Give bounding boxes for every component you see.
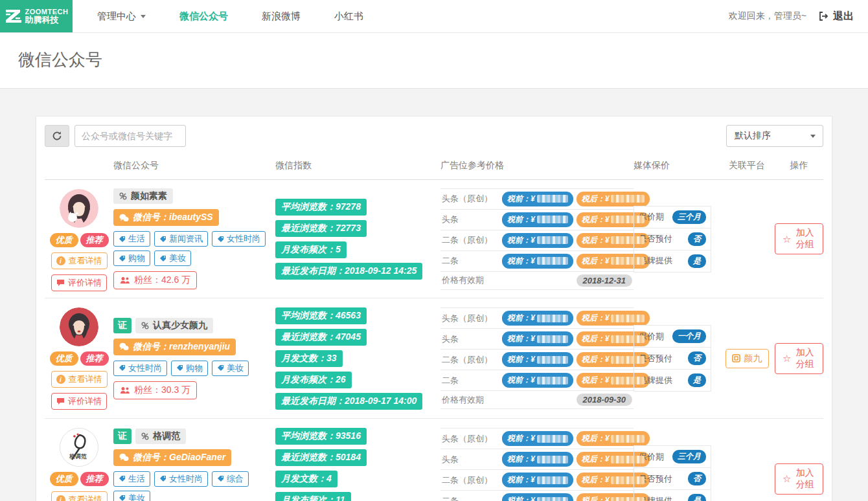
category-tag[interactable]: 美妆 (154, 251, 191, 266)
brand-name-cn: 助腾科技 (25, 16, 69, 25)
blurred-price (611, 456, 645, 463)
pretax-label: 税前：¥ (507, 333, 535, 344)
posttax-label: 税后：¥ (582, 495, 610, 501)
platform-icon (732, 354, 740, 362)
recommend-badge: 推荐 (80, 233, 109, 247)
guarantee-period-row: 保价期 一个月 (634, 326, 711, 348)
tag-icon (119, 255, 126, 262)
pretax-label: 税前：¥ (507, 454, 535, 465)
account-name[interactable]: 颜如素素 (113, 188, 173, 204)
join-group-button[interactable]: ☆ 加入分组 (775, 463, 823, 495)
category-tags: 生活 新闻资讯 女性时尚 购物 美妆 (113, 231, 269, 266)
category-tag[interactable]: 购物 (113, 251, 150, 266)
posttax-label: 税后：¥ (582, 454, 610, 465)
category-tag[interactable]: 新闻资讯 (154, 231, 208, 247)
blurred-price (611, 377, 645, 384)
price-validity-date: 2018-09-30 (577, 394, 633, 406)
category-tag[interactable]: 综合 (212, 471, 249, 487)
account-cell: 证 格调范 微信号：GeDiaoFaner (113, 425, 275, 501)
join-group-button[interactable]: ☆ 加入分组 (775, 343, 823, 374)
action-cell: ☆ 加入分组 (775, 305, 823, 412)
view-detail-button[interactable]: i 查看详情 (51, 371, 108, 388)
index-cell: 平均浏览数：97278 最近浏览数：72773 月发布频次：5 最近发布日期：2… (275, 186, 440, 291)
fans-icon (120, 276, 130, 284)
blurred-price (611, 356, 645, 364)
info-icon: i (56, 495, 65, 501)
category-tag[interactable]: 美妆 (113, 491, 150, 501)
nav-xiaohongshu[interactable]: 小红书 (317, 0, 380, 33)
tag-label: 新闻资讯 (169, 233, 203, 245)
index-cell: 平均浏览数：46563 最近浏览数：47045 月发文数：33 月发布频次：26… (275, 305, 440, 412)
brand-logo[interactable]: ZOOMTECH 助腾科技 (0, 0, 73, 32)
posttax-label: 税后：¥ (582, 433, 610, 444)
category-tag[interactable]: 女性时尚 (113, 361, 167, 376)
info-icon: i (56, 375, 65, 384)
search-input[interactable] (74, 125, 186, 147)
avatar (60, 307, 98, 346)
category-tag[interactable]: 生活 (113, 471, 150, 487)
pretax-label: 税前：¥ (507, 313, 535, 324)
category-tag[interactable]: 美妆 (212, 361, 249, 376)
svg-text:格调范: 格调范 (69, 453, 87, 460)
fans-badge: 粉丝：42.6 万 (113, 271, 197, 289)
table-row: 优质 推荐 i 查看详情 评价详情 证 (45, 298, 823, 419)
avatar-image (60, 189, 98, 228)
metric-badge: 平均浏览数：93516 (275, 428, 367, 445)
media-cell: 保价期 三个月 是否预付 否 品牌提供 是 (634, 425, 719, 501)
nav-admin-center-label: 管理中心 (97, 10, 136, 23)
account-name[interactable]: 格调范 (135, 429, 186, 444)
chevron-down-icon (141, 15, 146, 18)
blurred-price (537, 195, 568, 203)
logout-button[interactable]: 退出 (818, 10, 854, 23)
tag-label: 购物 (186, 362, 203, 374)
blurred-price (537, 456, 568, 463)
pretax-price-pill: 税前：¥ (502, 452, 573, 467)
nav-admin-center[interactable]: 管理中心 (80, 0, 163, 33)
posttax-label: 税后：¥ (582, 194, 610, 205)
tag-icon (217, 475, 224, 482)
grade-badges: 优质 推荐 (50, 351, 109, 366)
action-cell: ☆ 加入分组 (775, 425, 823, 501)
price-row-label: 二条 (442, 255, 499, 267)
price-row-label: 头条 (442, 214, 499, 225)
content-card: 默认排序 微信公众号 微信指数 广告位参考价格 媒体保价 关联平台 操作 (36, 116, 832, 501)
pretax-label: 税前：¥ (507, 354, 535, 365)
posttax-label: 税后：¥ (582, 354, 610, 365)
posttax-label: 税后：¥ (582, 375, 610, 386)
recommend-badge: 推荐 (80, 351, 109, 366)
category-tag[interactable]: 购物 (171, 361, 208, 376)
metric-badge: 平均浏览数：46563 (275, 307, 367, 324)
account-name-line: 证 格调范 (113, 429, 186, 444)
nav-sina-weibo[interactable]: 新浪微博 (245, 0, 317, 33)
category-tag[interactable]: 女性时尚 (154, 471, 208, 487)
category-tag[interactable]: 女性时尚 (212, 231, 266, 247)
review-detail-button[interactable]: 评价详情 (51, 274, 107, 291)
account-name[interactable]: 认真少女颜九 (135, 318, 213, 333)
blurred-price (611, 315, 645, 322)
price-row-label: 二条 (442, 375, 499, 386)
wechat-id-badge: 微信号：renzhenyanjiu (113, 339, 236, 355)
blurred-price (611, 497, 645, 501)
review-detail-button[interactable]: 评价详情 (51, 393, 107, 410)
linked-platform-button[interactable]: 颜九 (725, 349, 769, 368)
category-tags: 女性时尚 购物 美妆 (113, 361, 249, 376)
price-row: 二条（原创） 税前：¥ 税后：¥ (440, 230, 634, 251)
blurred-price (537, 497, 568, 501)
view-detail-label: 查看详情 (69, 255, 102, 267)
prepay-value: 否 (688, 351, 706, 365)
avatar (60, 189, 98, 228)
view-detail-button[interactable]: i 查看详情 (51, 252, 108, 269)
nav-wechat-accounts[interactable]: 微信公众号 (163, 0, 245, 33)
refresh-button[interactable] (45, 125, 69, 147)
pretax-label: 税前：¥ (507, 433, 535, 444)
quality-badge: 优质 (50, 472, 78, 486)
view-detail-button[interactable]: i 查看详情 (51, 491, 108, 501)
category-tag[interactable]: 生活 (113, 231, 150, 247)
category-tags: 生活 女性时尚 综合 美妆 (113, 471, 269, 501)
linked-platform-label: 颜九 (744, 353, 762, 364)
sort-select[interactable]: 默认排序 (726, 125, 823, 147)
pretax-price-pill: 税前：¥ (502, 352, 573, 367)
join-group-button[interactable]: ☆ 加入分组 (775, 223, 823, 254)
account-name-text: 认真少女颜九 (153, 320, 207, 331)
media-guarantee-box: 保价期 三个月 是否预付 否 品牌提供 是 (634, 445, 711, 501)
